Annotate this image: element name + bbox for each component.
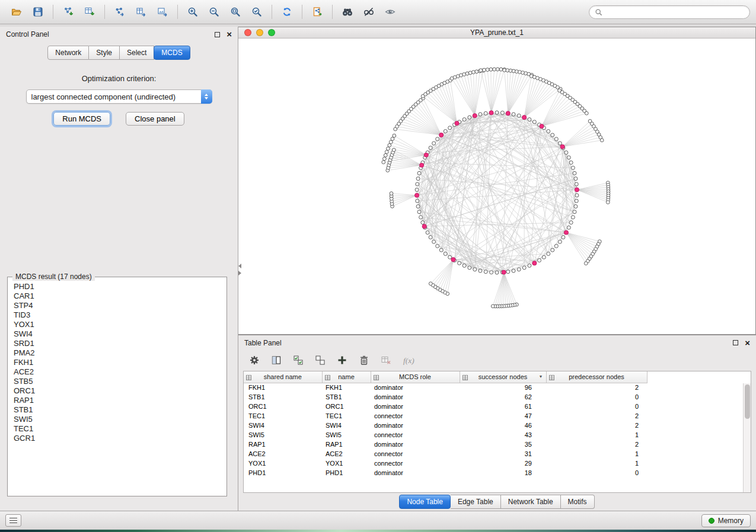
tab-edge-table[interactable]: Edge Table [451, 495, 501, 509]
network-titlebar: YPA_prune.txt_1 [238, 27, 755, 39]
column-header[interactable]: shared name [244, 371, 322, 383]
glasses-slash-button[interactable] [358, 3, 379, 21]
document-share-button[interactable] [307, 3, 328, 21]
result-node[interactable]: TID3 [14, 310, 221, 320]
tab-network[interactable]: Network [47, 46, 89, 60]
desktop-background-sliver [0, 530, 756, 532]
criterion-select[interactable]: largest connected component (undirected) [26, 89, 212, 104]
table-row[interactable]: SWI4SWI4dominator462 [244, 421, 743, 430]
tab-node-table[interactable]: Node Table [399, 495, 451, 509]
column-header[interactable]: MCDS role [371, 371, 460, 383]
refresh-button[interactable] [276, 3, 298, 21]
tab-mcds[interactable]: MCDS [154, 46, 190, 60]
search-input[interactable] [606, 8, 744, 16]
column-header[interactable]: successor nodes▼ [460, 371, 546, 383]
float-panel-icon[interactable] [215, 32, 220, 37]
result-node[interactable]: TEC1 [14, 424, 221, 434]
function-icon: f(x) [403, 355, 419, 366]
zoom-fit-button[interactable] [225, 3, 246, 21]
network-view: YPA_prune.txt_1 [238, 27, 756, 335]
delete-button[interactable] [359, 355, 369, 366]
export-image-icon [157, 7, 168, 17]
result-node[interactable]: YOX1 [14, 320, 221, 329]
table-row[interactable]: FKH1FKH1dominator962 [244, 383, 743, 392]
status-bar: Memory [0, 511, 756, 530]
table-row[interactable]: TEC1TEC1connector472 [244, 411, 743, 421]
table-row[interactable]: ACE2ACE2connector311 [244, 449, 743, 459]
zoom-window-button[interactable] [268, 29, 275, 36]
search-network-button[interactable] [337, 3, 358, 21]
tab-select[interactable]: Select [120, 46, 154, 60]
eye-button[interactable] [379, 3, 401, 21]
zoom-out-button[interactable] [203, 3, 225, 21]
close-table-panel-icon[interactable]: × [745, 340, 750, 346]
table-row[interactable]: PHD1PHD1dominator180 [244, 468, 743, 477]
zoom-selected-button[interactable] [246, 3, 267, 21]
result-node[interactable]: PMA2 [14, 348, 221, 358]
tab-motifs[interactable]: Motifs [561, 495, 595, 509]
close-panel-icon[interactable]: × [227, 31, 232, 37]
result-node[interactable]: ORC1 [14, 386, 221, 396]
memory-label: Memory [718, 517, 744, 525]
close-panel-button[interactable]: Close panel [126, 112, 184, 126]
column-header[interactable]: predecessor nodes [546, 371, 647, 383]
zoom-in-button[interactable] [182, 3, 203, 21]
panel-splitter[interactable] [238, 264, 241, 279]
table-row[interactable]: ORC1ORC1dominator610 [244, 402, 743, 411]
import-network-file-button[interactable] [58, 3, 79, 21]
open-folder-button[interactable] [6, 3, 27, 21]
result-node[interactable]: SWI4 [14, 329, 221, 339]
gear-button[interactable] [249, 355, 260, 366]
open-folder-icon [11, 7, 22, 17]
close-window-button[interactable] [244, 29, 251, 36]
column-header[interactable]: name [322, 371, 371, 383]
result-node[interactable]: FKH1 [14, 358, 221, 367]
select-all-button[interactable] [293, 355, 304, 366]
result-node[interactable]: STB5 [14, 377, 221, 386]
function-button[interactable]: f(x) [403, 355, 419, 366]
eye-icon [385, 7, 395, 17]
search-box[interactable] [589, 5, 750, 19]
result-node[interactable]: ACE2 [14, 367, 221, 377]
delete-table-icon [381, 355, 391, 366]
table-row[interactable]: SWI5SWI5connector431 [244, 430, 743, 440]
result-node[interactable]: PHD1 [14, 282, 221, 291]
tab-style[interactable]: Style [89, 46, 120, 60]
tab-network-table[interactable]: Network Table [501, 495, 561, 509]
deselect-all-button[interactable] [315, 355, 326, 366]
table-scrollbar[interactable] [743, 383, 751, 492]
table-row[interactable]: STB1STB1dominator620 [244, 392, 743, 402]
mcds-result-list: PHD1CAR1STP4TID3YOX1SWI4SRD1PMA2FKH1ACE2… [9, 280, 225, 495]
save-button[interactable] [27, 3, 49, 21]
float-table-panel-icon[interactable] [733, 340, 738, 345]
table-row[interactable]: YOX1YOX1connector291 [244, 459, 743, 468]
add-button[interactable] [337, 355, 347, 366]
run-mcds-button[interactable]: Run MCDS [53, 112, 110, 126]
import-table-file-button[interactable] [79, 3, 100, 21]
memory-status-icon [709, 518, 714, 524]
table-row[interactable]: RAP1RAP1dominator352 [244, 440, 743, 449]
delete-table-button[interactable] [381, 355, 391, 366]
status-menu-button[interactable] [5, 514, 21, 527]
main-area: Control Panel × NetworkStyleSelectMCDS O… [0, 24, 756, 511]
result-node[interactable]: GCR1 [14, 434, 221, 443]
memory-button[interactable]: Memory [701, 514, 751, 527]
column-type-icon [462, 374, 468, 382]
result-node[interactable]: CAR1 [14, 291, 221, 301]
result-node[interactable]: STB1 [14, 405, 221, 415]
network-canvas[interactable] [238, 39, 755, 334]
result-node[interactable]: STP4 [14, 301, 221, 310]
toolbar-separator [104, 5, 105, 19]
toolbar-separator [177, 5, 178, 19]
export-table-button[interactable] [130, 3, 152, 21]
minimize-window-button[interactable] [256, 29, 263, 36]
export-network-button[interactable] [109, 3, 130, 21]
result-node[interactable]: RAP1 [14, 396, 221, 405]
result-node[interactable]: SWI5 [14, 415, 221, 424]
column-type-icon [549, 374, 554, 382]
column-layout-button[interactable] [271, 355, 282, 366]
scrollbar-thumb[interactable] [745, 384, 750, 419]
result-node[interactable]: SRD1 [14, 339, 221, 348]
zoom-fit-icon [230, 7, 241, 17]
export-image-button[interactable] [152, 3, 173, 21]
